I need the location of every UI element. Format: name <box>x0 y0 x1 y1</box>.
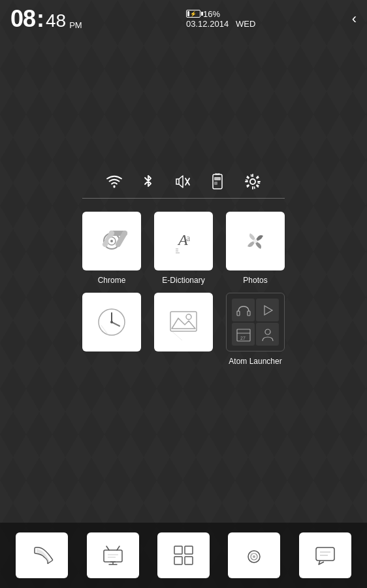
back-arrow-icon[interactable]: ‹ <box>352 10 357 27</box>
svg-rect-3 <box>213 174 222 189</box>
svg-point-7 <box>250 179 255 184</box>
svg-point-17 <box>253 239 257 243</box>
quick-settings-bar <box>0 160 367 198</box>
svg-text:a: a <box>186 233 191 243</box>
photos-icon-box[interactable] <box>226 212 285 270</box>
chat-icon <box>313 544 337 567</box>
atom-launcher-label: Atom Launcher <box>229 357 281 366</box>
time-colon: : <box>37 5 44 33</box>
battery-body: ⚡ <box>186 10 200 18</box>
status-right: ‹ <box>352 10 357 27</box>
phone-battery-icon[interactable] <box>210 173 225 190</box>
bluetooth-icon[interactable] <box>142 173 154 190</box>
svg-rect-44 <box>185 557 193 564</box>
svg-text:27: 27 <box>240 336 246 340</box>
svg-point-47 <box>253 555 255 558</box>
folder-cell-headphones <box>232 299 255 321</box>
atom-launcher-icon-box[interactable]: 27 <box>226 293 285 351</box>
quick-settings-divider <box>82 198 285 199</box>
tv-icon <box>101 544 125 567</box>
svg-rect-5 <box>214 177 221 180</box>
dock-phone[interactable] <box>16 532 68 578</box>
edictionary-svg-icon: A a <box>164 221 203 261</box>
battery-section: ⚡ 16% <box>186 9 220 19</box>
svg-point-24 <box>186 314 191 319</box>
svg-rect-42 <box>185 546 193 554</box>
bottom-dock <box>0 523 367 588</box>
photos-label: Photos <box>243 276 267 285</box>
clock-svg-icon <box>92 302 131 342</box>
svg-line-20 <box>112 322 120 326</box>
chrome-app[interactable]: Chrome <box>82 212 141 285</box>
battery-lightning-icon: ⚡ <box>190 11 197 17</box>
main-content: 08 : 48 PM ⚡ 16% 03.12.2014 WED <box>0 0 367 588</box>
svg-point-48 <box>251 553 253 555</box>
gallery-svg-icon <box>164 302 203 342</box>
time-section: 08 : 48 PM <box>10 5 82 33</box>
gallery-icon-box[interactable] <box>154 293 213 351</box>
svg-rect-27 <box>247 311 250 316</box>
dock-tv[interactable] <box>87 532 139 578</box>
svg-point-0 <box>114 186 116 188</box>
battery-fill <box>187 11 189 16</box>
date-section: ⚡ 16% 03.12.2014 WED <box>186 9 255 29</box>
time-minutes: 48 <box>46 10 66 31</box>
edictionary-app[interactable]: A a E-Dictionary <box>154 212 213 285</box>
dock-camera[interactable] <box>228 532 280 578</box>
battery-icon: ⚡ <box>186 10 200 18</box>
folder-cell-calendar: 27 <box>232 323 255 346</box>
svg-rect-49 <box>316 547 334 561</box>
svg-rect-6 <box>214 182 217 185</box>
folder-grid: 27 <box>232 299 279 346</box>
svg-point-22 <box>110 321 113 323</box>
clock-icon-box[interactable] <box>82 293 141 351</box>
app-grid-row2: 27 Atom Launcher <box>0 293 367 366</box>
settings-icon[interactable] <box>244 173 261 190</box>
svg-line-34 <box>106 546 109 550</box>
camera-icon <box>242 544 266 567</box>
edictionary-icon-box[interactable]: A a <box>154 212 213 270</box>
chrome-icon-box[interactable] <box>82 212 141 270</box>
chrome-label: Chrome <box>98 276 126 285</box>
date-text: 03.12.2014 WED <box>186 19 255 29</box>
svg-rect-26 <box>237 311 240 316</box>
app-grid-row1: Chrome A a E-Dictionary <box>0 212 367 285</box>
svg-marker-28 <box>264 306 272 315</box>
gallery-app[interactable] <box>154 293 213 366</box>
edictionary-label: E-Dictionary <box>162 276 204 285</box>
dock-apps[interactable] <box>157 532 210 578</box>
folder-cell-person <box>256 323 279 346</box>
chrome-svg-icon <box>92 221 131 261</box>
clock-app[interactable] <box>82 293 141 366</box>
svg-point-11 <box>110 240 113 242</box>
svg-rect-33 <box>104 550 122 562</box>
battery-percent: 16% <box>203 9 220 19</box>
dock-messages[interactable] <box>299 532 351 578</box>
svg-line-35 <box>117 546 120 550</box>
atom-launcher-folder[interactable]: 27 Atom Launcher <box>226 293 285 366</box>
photos-svg-icon <box>236 221 275 261</box>
svg-rect-4 <box>215 173 219 174</box>
svg-rect-43 <box>174 557 182 564</box>
photos-app[interactable]: Photos <box>226 212 285 285</box>
time-hours: 08 <box>10 5 35 33</box>
wifi-icon[interactable] <box>106 174 123 189</box>
folder-cell-play <box>256 299 279 321</box>
svg-line-25 <box>172 331 182 340</box>
time-ampm: PM <box>69 20 82 30</box>
mute-icon[interactable] <box>174 173 191 190</box>
grid-icon <box>172 544 195 567</box>
phone-icon <box>30 544 54 567</box>
svg-rect-41 <box>174 546 182 554</box>
svg-point-32 <box>265 329 270 335</box>
status-bar: 08 : 48 PM ⚡ 16% 03.12.2014 WED <box>0 0 367 36</box>
